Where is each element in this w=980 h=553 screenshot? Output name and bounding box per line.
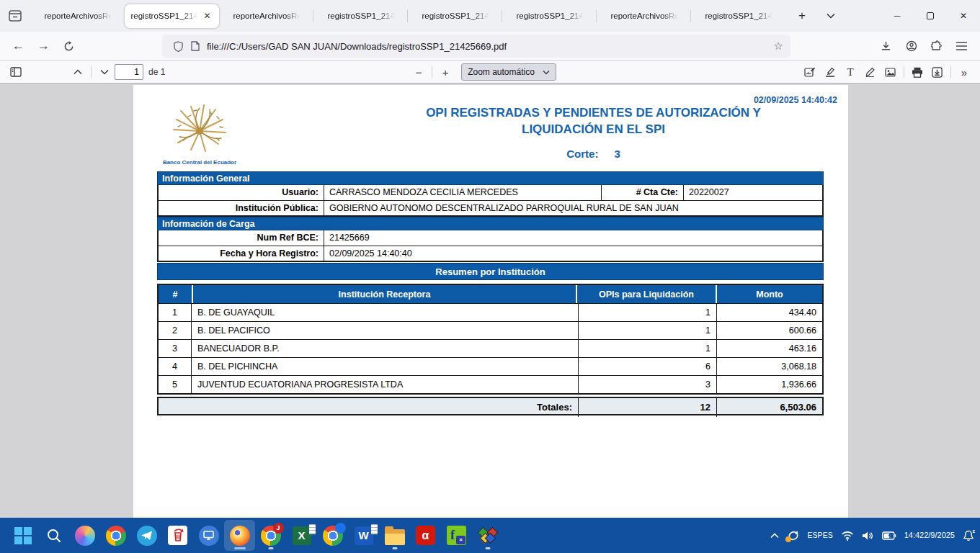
- acrobat-button[interactable]: α: [410, 520, 441, 551]
- tab-title: registroSSP1_214255: [422, 12, 489, 20]
- excel-icon: X: [293, 526, 311, 545]
- row-num: 3: [159, 340, 192, 357]
- more-tools-icon[interactable]: »: [954, 63, 974, 81]
- window-controls: ─ ✕: [881, 0, 980, 32]
- copilot-button[interactable]: [69, 520, 100, 551]
- recycle-app-button[interactable]: [162, 520, 193, 551]
- chevron-down-icon: [543, 70, 550, 75]
- browser-tab[interactable]: reporteArchivosRegis: [597, 4, 691, 28]
- volume-icon[interactable]: [862, 531, 874, 541]
- forward-button[interactable]: →: [31, 35, 56, 58]
- start-button[interactable]: [7, 520, 38, 551]
- firefox-icon: [230, 526, 250, 546]
- header-opis: OPIs para Liquidación: [577, 285, 716, 303]
- blocks-app-button[interactable]: [472, 520, 503, 551]
- zoom-in-icon[interactable]: +: [435, 63, 455, 81]
- window-minimize-button[interactable]: ─: [881, 0, 914, 32]
- window-maximize-button[interactable]: [914, 0, 947, 32]
- tab-close-icon[interactable]: ✕: [202, 10, 213, 22]
- telegram-button[interactable]: [131, 520, 162, 551]
- pdf-viewer-area[interactable]: 02/09/2025 14:40:42 Banco Central del Ec…: [0, 84, 980, 518]
- row-institucion: JUVENTUD ECUATORIANA PROGRESISTA LTDA: [192, 376, 579, 393]
- browser-tab[interactable]: reporteArchivosRegis: [30, 4, 125, 28]
- browser-tab[interactable]: registroSSP1_214256: [313, 4, 408, 28]
- zoom-controls: − + Zoom automático: [409, 63, 556, 81]
- chrome-icon: J: [261, 526, 281, 546]
- bce-logo-graphic: [166, 102, 233, 156]
- browser-tab[interactable]: registroSSP1_214255: [408, 4, 502, 28]
- chrome-profile-2-button[interactable]: [317, 520, 348, 551]
- excel-button[interactable]: X: [286, 520, 317, 551]
- menu-hamburger-icon[interactable]: [949, 35, 974, 58]
- taskbar-icons: J X W α f×: [7, 520, 503, 551]
- add-image-tool-icon[interactable]: [881, 63, 901, 81]
- blocks-app-icon: [478, 526, 498, 546]
- divider: [432, 66, 432, 78]
- table-row: Usuario: CARRASCO MENDOZA CECILIA MERCED…: [159, 185, 822, 200]
- zoom-level-select[interactable]: Zoom automático: [461, 63, 556, 81]
- search-button[interactable]: [38, 520, 69, 551]
- file-explorer-button[interactable]: [379, 520, 410, 551]
- browser-tab[interactable]: registroSSP1_2142✕: [125, 4, 219, 28]
- row-opis: 1: [579, 340, 717, 357]
- corte-value: 3: [614, 148, 620, 160]
- browser-tab[interactable]: registroSSP1_214255: [502, 4, 597, 28]
- window-close-button[interactable]: ✕: [947, 0, 980, 32]
- page-navigation: de 1: [68, 63, 165, 81]
- address-bar[interactable]: file:///C:/Users/GAD SAN JUAN/Downloads/…: [162, 35, 790, 58]
- downloads-icon[interactable]: [873, 35, 899, 58]
- print-icon[interactable]: [907, 63, 927, 81]
- previous-page-icon[interactable]: [68, 63, 88, 81]
- list-all-tabs-button[interactable]: [819, 4, 843, 28]
- usuario-value: CARRASCO MENDOZA CECILIA MERCEDES: [324, 185, 601, 200]
- wifi-icon[interactable]: [841, 531, 854, 541]
- corte-line: Corte:3: [349, 148, 837, 160]
- page-number-input[interactable]: [115, 64, 143, 80]
- text-tool-icon[interactable]: T: [840, 63, 860, 81]
- maximize-icon: [927, 12, 934, 19]
- language-line1: ESP: [808, 531, 823, 540]
- finance-app-button[interactable]: f×: [441, 520, 472, 551]
- next-page-icon[interactable]: [94, 63, 115, 81]
- row-institucion: BANECUADOR B.P.: [192, 340, 579, 357]
- tracking-shield-icon[interactable]: [169, 41, 187, 52]
- chrome-button[interactable]: [100, 520, 131, 551]
- divider: [904, 66, 904, 78]
- extensions-icon[interactable]: [924, 35, 949, 58]
- tab-title: registroSSP1_214255: [705, 12, 772, 20]
- firefox-button[interactable]: [224, 520, 255, 551]
- language-indicator[interactable]: ESP ES: [808, 531, 833, 540]
- chrome-profile-j-button[interactable]: J: [255, 520, 286, 551]
- back-button[interactable]: ←: [6, 35, 31, 58]
- notification-bell-icon[interactable]: z: [963, 530, 974, 541]
- resumen-data-row: 2B. DEL PACIFICO1600.66: [159, 321, 822, 339]
- sidebar-toggle-icon[interactable]: [6, 63, 26, 81]
- highlight-tool-icon[interactable]: [820, 63, 840, 81]
- account-icon[interactable]: [899, 35, 924, 58]
- resumen-table: # Institución Receptora OPIs para Liquid…: [157, 284, 824, 395]
- draw-tool-icon[interactable]: [860, 63, 881, 81]
- institucion-publica-value: GOBIERNO AUTONOMO DESCENTRALIZADO PARROQ…: [324, 201, 822, 215]
- url-text[interactable]: file:///C:/Users/GAD SAN JUAN/Downloads/…: [207, 41, 507, 52]
- browser-tab[interactable]: reporteArchivosRegis: [219, 4, 313, 28]
- nav-right-icons: [873, 35, 974, 58]
- bookmark-star-icon[interactable]: ☆: [774, 40, 783, 53]
- word-button[interactable]: W: [348, 520, 379, 551]
- remote-desktop-button[interactable]: [193, 520, 224, 551]
- page-info-icon[interactable]: [187, 41, 204, 51]
- taskbar-clock[interactable]: 14:42 2/9/2025: [904, 531, 955, 541]
- reload-button[interactable]: [56, 35, 81, 58]
- signature-tool-icon[interactable]: [800, 63, 820, 81]
- battery-icon[interactable]: [882, 531, 896, 540]
- browser-tab[interactable]: registroSSP1_214255: [691, 4, 785, 28]
- remote-desktop-icon: [199, 526, 219, 546]
- zoom-out-icon[interactable]: −: [409, 63, 429, 81]
- sync-status-icon[interactable]: [787, 530, 800, 541]
- tray-chevron-up-icon[interactable]: [770, 533, 779, 539]
- firefox-view-icon[interactable]: [0, 4, 30, 28]
- save-icon[interactable]: [927, 63, 948, 81]
- row-monto: 1,936.66: [717, 376, 822, 393]
- new-tab-button[interactable]: +: [790, 4, 814, 28]
- row-institucion: B. DE GUAYAQUIL: [192, 304, 579, 321]
- header-num: #: [159, 285, 192, 303]
